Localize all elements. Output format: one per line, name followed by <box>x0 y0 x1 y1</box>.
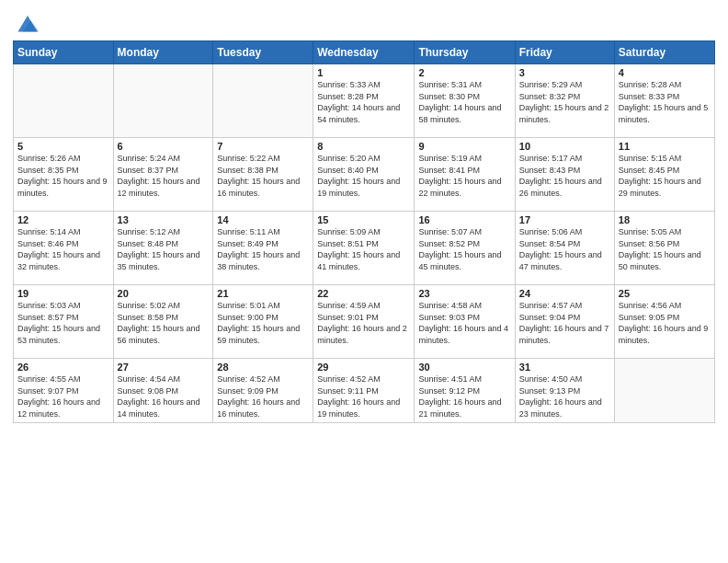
day-info: Sunrise: 5:01 AMSunset: 9:00 PMDaylight:… <box>217 300 309 346</box>
daylight-text: Daylight: 16 hours and 14 minutes. <box>118 396 210 419</box>
daylight-text: Daylight: 15 hours and 45 minutes. <box>418 249 510 272</box>
sunset-text: Sunset: 9:09 PM <box>217 385 309 397</box>
day-number: 7 <box>217 141 309 152</box>
day-number: 15 <box>317 214 410 225</box>
day-info: Sunrise: 5:33 AMSunset: 8:28 PMDaylight:… <box>317 79 410 125</box>
daylight-text: Daylight: 15 hours and 19 minutes. <box>317 176 410 199</box>
calendar-cell: 29Sunrise: 4:52 AMSunset: 9:11 PMDayligh… <box>313 359 415 423</box>
calendar-cell: 2Sunrise: 5:31 AMSunset: 8:30 PMDaylight… <box>415 64 515 138</box>
daylight-text: Daylight: 15 hours and 56 minutes. <box>118 323 210 346</box>
calendar-cell: 4Sunrise: 5:28 AMSunset: 8:33 PMDaylight… <box>614 64 714 138</box>
day-number: 12 <box>17 214 109 225</box>
day-info: Sunrise: 4:55 AMSunset: 9:07 PMDaylight:… <box>17 373 109 419</box>
sunset-text: Sunset: 9:11 PM <box>317 385 410 397</box>
sunset-text: Sunset: 8:40 PM <box>317 165 410 177</box>
day-number: 21 <box>217 288 309 299</box>
sunrise-text: Sunrise: 5:29 AM <box>519 79 610 91</box>
daylight-text: Daylight: 15 hours and 26 minutes. <box>519 176 610 199</box>
calendar-cell: 18Sunrise: 5:05 AMSunset: 8:56 PMDayligh… <box>614 212 714 285</box>
sunset-text: Sunset: 9:03 PM <box>418 312 510 324</box>
weekday-header-monday: Monday <box>113 41 213 64</box>
day-number: 29 <box>317 362 410 373</box>
sunrise-text: Sunrise: 4:51 AM <box>418 373 510 385</box>
page: SundayMondayTuesdayWednesdayThursdayFrid… <box>0 0 728 563</box>
sunset-text: Sunset: 9:07 PM <box>17 385 109 397</box>
sunrise-text: Sunrise: 5:09 AM <box>317 226 410 238</box>
calendar-cell: 16Sunrise: 5:07 AMSunset: 8:52 PMDayligh… <box>415 212 515 285</box>
day-info: Sunrise: 5:02 AMSunset: 8:58 PMDaylight:… <box>118 300 210 346</box>
sunrise-text: Sunrise: 5:02 AM <box>118 300 210 312</box>
calendar-cell: 22Sunrise: 4:59 AMSunset: 9:01 PMDayligh… <box>313 285 415 359</box>
sunrise-text: Sunrise: 5:14 AM <box>17 226 109 238</box>
sunset-text: Sunset: 8:35 PM <box>17 165 109 177</box>
calendar-cell: 24Sunrise: 4:57 AMSunset: 9:04 PMDayligh… <box>515 285 614 359</box>
daylight-text: Daylight: 16 hours and 16 minutes. <box>217 396 309 419</box>
calendar-cell <box>614 359 714 423</box>
day-number: 25 <box>619 288 711 299</box>
day-number: 13 <box>118 214 210 225</box>
sunrise-text: Sunrise: 5:22 AM <box>217 153 309 165</box>
calendar-cell: 28Sunrise: 4:52 AMSunset: 9:09 PMDayligh… <box>213 359 313 423</box>
sunrise-text: Sunrise: 5:01 AM <box>217 300 309 312</box>
daylight-text: Daylight: 16 hours and 12 minutes. <box>17 396 109 419</box>
day-info: Sunrise: 4:54 AMSunset: 9:08 PMDaylight:… <box>118 373 210 419</box>
sunrise-text: Sunrise: 5:03 AM <box>17 300 109 312</box>
daylight-text: Daylight: 15 hours and 5 minutes. <box>619 102 711 125</box>
sunrise-text: Sunrise: 5:05 AM <box>619 226 711 238</box>
day-info: Sunrise: 5:22 AMSunset: 8:38 PMDaylight:… <box>217 153 309 199</box>
day-info: Sunrise: 4:59 AMSunset: 9:01 PMDaylight:… <box>317 300 410 346</box>
sunset-text: Sunset: 8:33 PM <box>619 91 711 103</box>
sunset-text: Sunset: 8:32 PM <box>519 91 610 103</box>
calendar-cell <box>213 64 313 138</box>
calendar-cell: 7Sunrise: 5:22 AMSunset: 8:38 PMDaylight… <box>213 138 313 212</box>
day-number: 14 <box>217 214 309 225</box>
sunrise-text: Sunrise: 4:58 AM <box>418 300 510 312</box>
day-info: Sunrise: 5:28 AMSunset: 8:33 PMDaylight:… <box>619 79 711 125</box>
calendar-cell <box>14 64 114 138</box>
calendar-cell: 5Sunrise: 5:26 AMSunset: 8:35 PMDaylight… <box>14 138 114 212</box>
day-number: 18 <box>619 214 711 225</box>
sunset-text: Sunset: 8:58 PM <box>118 312 210 324</box>
daylight-text: Daylight: 15 hours and 35 minutes. <box>118 249 210 272</box>
calendar-cell: 27Sunrise: 4:54 AMSunset: 9:08 PMDayligh… <box>113 359 213 423</box>
day-number: 30 <box>418 362 510 373</box>
calendar-cell: 26Sunrise: 4:55 AMSunset: 9:07 PMDayligh… <box>14 359 114 423</box>
daylight-text: Daylight: 14 hours and 54 minutes. <box>317 102 410 125</box>
weekday-header-sunday: Sunday <box>14 41 114 64</box>
day-info: Sunrise: 5:24 AMSunset: 8:37 PMDaylight:… <box>118 153 210 199</box>
sunset-text: Sunset: 9:05 PM <box>619 312 711 324</box>
daylight-text: Daylight: 15 hours and 32 minutes. <box>17 249 109 272</box>
day-info: Sunrise: 4:50 AMSunset: 9:13 PMDaylight:… <box>519 373 610 419</box>
sunset-text: Sunset: 8:37 PM <box>118 165 210 177</box>
sunset-text: Sunset: 8:38 PM <box>217 165 309 177</box>
day-number: 11 <box>619 141 711 152</box>
sunset-text: Sunset: 9:04 PM <box>519 312 610 324</box>
sunrise-text: Sunrise: 5:20 AM <box>317 153 410 165</box>
sunset-text: Sunset: 8:28 PM <box>317 91 410 103</box>
daylight-text: Daylight: 16 hours and 7 minutes. <box>519 323 610 346</box>
weekday-header-tuesday: Tuesday <box>213 41 313 64</box>
sunrise-text: Sunrise: 4:52 AM <box>217 373 309 385</box>
sunrise-text: Sunrise: 5:15 AM <box>619 153 711 165</box>
day-info: Sunrise: 5:14 AMSunset: 8:46 PMDaylight:… <box>17 226 109 272</box>
day-number: 22 <box>317 288 410 299</box>
calendar-cell: 15Sunrise: 5:09 AMSunset: 8:51 PMDayligh… <box>313 212 415 285</box>
calendar-cell: 30Sunrise: 4:51 AMSunset: 9:12 PMDayligh… <box>415 359 515 423</box>
calendar-cell <box>113 64 213 138</box>
daylight-text: Daylight: 15 hours and 47 minutes. <box>519 249 610 272</box>
day-info: Sunrise: 5:05 AMSunset: 8:56 PMDaylight:… <box>619 226 711 272</box>
weekday-header-row: SundayMondayTuesdayWednesdayThursdayFrid… <box>14 41 715 64</box>
sunset-text: Sunset: 9:12 PM <box>418 385 510 397</box>
day-number: 8 <box>317 141 410 152</box>
sunset-text: Sunset: 9:08 PM <box>118 385 210 397</box>
sunset-text: Sunset: 9:01 PM <box>317 312 410 324</box>
daylight-text: Daylight: 15 hours and 59 minutes. <box>217 323 309 346</box>
calendar-cell: 11Sunrise: 5:15 AMSunset: 8:45 PMDayligh… <box>614 138 714 212</box>
calendar-cell: 14Sunrise: 5:11 AMSunset: 8:49 PMDayligh… <box>213 212 313 285</box>
day-number: 1 <box>317 67 410 78</box>
calendar-cell: 3Sunrise: 5:29 AMSunset: 8:32 PMDaylight… <box>515 64 614 138</box>
day-info: Sunrise: 4:52 AMSunset: 9:09 PMDaylight:… <box>217 373 309 419</box>
calendar-cell: 17Sunrise: 5:06 AMSunset: 8:54 PMDayligh… <box>515 212 614 285</box>
calendar-cell: 8Sunrise: 5:20 AMSunset: 8:40 PMDaylight… <box>313 138 415 212</box>
day-number: 24 <box>519 288 610 299</box>
